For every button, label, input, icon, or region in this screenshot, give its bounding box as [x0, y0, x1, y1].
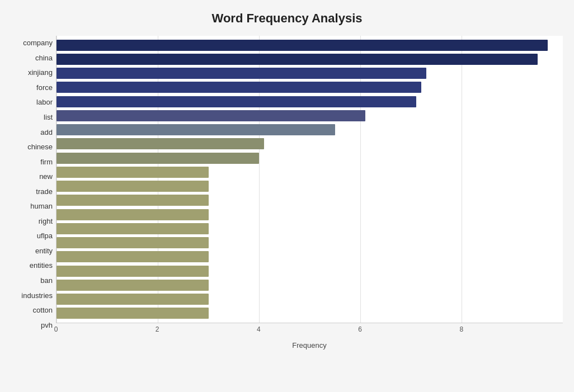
y-label: chinese — [27, 140, 56, 154]
bar-row — [57, 53, 563, 66]
bar-row — [57, 95, 563, 108]
y-label: china — [35, 51, 56, 65]
bar-row — [57, 222, 563, 235]
bar-row — [57, 306, 563, 320]
bar — [57, 124, 335, 135]
x-tick: 2 — [156, 325, 159, 333]
x-axis-wrapper: 02468 Frequency — [56, 323, 563, 350]
bar-row — [57, 208, 563, 221]
bar — [57, 138, 264, 149]
bar — [57, 181, 209, 192]
chart-title: Word Frequency Analysis — [11, 11, 563, 26]
y-axis: companychinaxinjiangforcelaborlistaddchi… — [11, 36, 56, 350]
y-label: list — [44, 111, 56, 124]
plot-area: 02468 Frequency — [56, 36, 563, 350]
bar — [57, 68, 426, 79]
bar — [57, 294, 209, 305]
bar-row — [57, 250, 563, 263]
bar-row — [57, 278, 563, 292]
y-label: entity — [35, 244, 56, 258]
bar — [57, 96, 416, 107]
x-tick: 0 — [54, 325, 58, 333]
y-label: right — [39, 215, 56, 228]
bar-row — [57, 193, 563, 207]
bar-row — [57, 166, 563, 179]
bar-row — [57, 123, 563, 136]
bar — [57, 308, 209, 319]
y-label: add — [40, 126, 56, 139]
bar — [57, 54, 538, 65]
y-label: entities — [30, 259, 56, 272]
y-label: industries — [21, 289, 56, 303]
bar — [57, 110, 365, 121]
bars-container — [56, 36, 563, 323]
y-label: cotton — [33, 304, 56, 317]
y-label: force — [36, 81, 56, 95]
y-label: uflpa — [37, 229, 56, 243]
y-label: firm — [40, 155, 56, 169]
bar-row — [57, 67, 563, 80]
y-label: labor — [36, 96, 56, 109]
bar — [57, 251, 209, 262]
x-tick: 8 — [459, 325, 463, 333]
y-label: ban — [40, 274, 56, 287]
chart-container: Word Frequency Analysis companychinaxinj… — [0, 0, 574, 392]
bar-row — [57, 81, 563, 94]
y-label: xinjiang — [28, 66, 56, 79]
bar-row — [57, 152, 563, 165]
x-tick: 4 — [257, 325, 261, 333]
bar — [57, 266, 209, 277]
bar — [57, 40, 548, 51]
bar — [57, 153, 259, 164]
bar-row — [57, 265, 563, 278]
x-tick: 6 — [358, 325, 362, 333]
bar — [57, 195, 209, 206]
bar-row — [57, 292, 563, 306]
y-label: company — [23, 36, 56, 50]
bar — [57, 237, 209, 248]
bar — [57, 209, 209, 220]
x-axis: 02468 — [56, 323, 563, 340]
bar — [57, 82, 421, 93]
y-label: trade — [36, 185, 56, 199]
y-label: human — [30, 200, 56, 213]
bar-row — [57, 109, 563, 122]
y-label: new — [39, 170, 56, 183]
chart-area: companychinaxinjiangforcelaborlistaddchi… — [11, 36, 563, 350]
bar — [57, 280, 209, 291]
bar-row — [57, 39, 563, 52]
bar-row — [57, 236, 563, 249]
x-axis-label: Frequency — [56, 341, 563, 350]
bar — [57, 223, 209, 234]
bar-row — [57, 180, 563, 193]
bar-row — [57, 137, 563, 150]
bar — [57, 167, 209, 178]
